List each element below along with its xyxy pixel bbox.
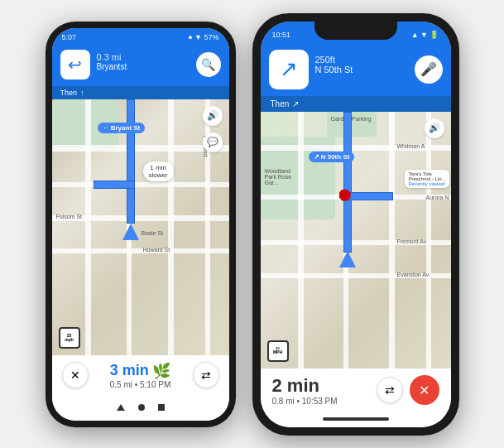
route-horizontal bbox=[94, 181, 135, 189]
street-badge-ios: ↗ N 50th St bbox=[309, 152, 355, 162]
car-position bbox=[122, 224, 139, 240]
then-bar-android: Then ↑ bbox=[52, 86, 229, 99]
android-phone: 5:07 ● ▼ 57% ↩ 0.3 mi Bryantst 🔍 Then ↑ bbox=[46, 22, 236, 427]
eta-details: 0.5 mi • 5:10 PM bbox=[110, 380, 171, 389]
notch bbox=[314, 22, 397, 40]
route-options-button-android[interactable]: ⇄ bbox=[193, 362, 219, 388]
eta-info: 3 min 🌿 0.5 mi • 5:10 PM bbox=[110, 362, 171, 389]
back-button[interactable] bbox=[117, 404, 125, 411]
nav-header-android: ↩ 0.3 mi Bryantst 🔍 bbox=[52, 45, 229, 86]
nav-header-ios: ↗ 250ft N 50th St 🎤 bbox=[261, 45, 451, 96]
park-label: WoodlandPark RoseGar... bbox=[265, 168, 292, 185]
tara-tots-bubble: Tara's TotsPreschool - Lin...Recently vi… bbox=[405, 170, 449, 188]
whitman-label: Whitman A bbox=[397, 143, 425, 149]
search-button[interactable]: 🔍 bbox=[196, 52, 221, 77]
leaf-icon: 🌿 bbox=[152, 362, 170, 380]
home-bar-ios bbox=[261, 411, 451, 427]
search-icon: 🔍 bbox=[201, 58, 215, 71]
route-vertical bbox=[127, 99, 135, 224]
route-options-button-ios[interactable]: ⇄ bbox=[377, 377, 403, 403]
home-button[interactable] bbox=[138, 404, 145, 411]
turn-arrow-box: ↩ bbox=[60, 50, 90, 79]
speed-sign: 25 mph bbox=[59, 327, 80, 349]
road-ios-v1 bbox=[298, 112, 304, 369]
turn-arrow-ios: ↗ bbox=[280, 56, 298, 82]
eta-info-ios: 2 min 0.8 mi • 10:53 PM bbox=[272, 375, 338, 406]
status-icons-ios: ▲ ▼ 🔋 bbox=[411, 31, 439, 39]
road-h4 bbox=[52, 248, 229, 253]
road-v1 bbox=[85, 99, 91, 355]
stop-sign bbox=[339, 190, 351, 201]
map-area-ios: ↗ N 50th St Whitman A Fremont Av Evansto… bbox=[261, 112, 451, 369]
home-bar-line bbox=[323, 417, 389, 421]
folsom-label: Folsom St bbox=[56, 214, 83, 219]
android-screen: 5:07 ● ▼ 57% ↩ 0.3 mi Bryantst 🔍 Then ↑ bbox=[52, 28, 229, 421]
speed-sign-border: 25 mph bbox=[59, 327, 80, 349]
evanston-label: Evanston Av bbox=[397, 272, 430, 277]
eta-details-ios: 0.8 mi • 10:53 PM bbox=[272, 397, 338, 406]
road-v3 bbox=[168, 99, 174, 355]
road-ios-v4 bbox=[426, 112, 431, 369]
iphone: 10:51 ▲ ▼ 🔋 ↗ 250ft N 50th St 🎤 Then bbox=[252, 13, 459, 436]
nav-distance-ios: 250ft bbox=[315, 55, 408, 65]
slower-bubble: 1 minslower bbox=[143, 161, 174, 181]
bottom-bar-ios: 2 min 0.8 mi • 10:53 PM ⇄ ✕ bbox=[261, 369, 451, 411]
then-label-android: Then bbox=[60, 89, 78, 97]
howard-label: Howard St bbox=[143, 247, 170, 253]
street-badge: ← Bryant St bbox=[98, 123, 146, 133]
time-ios: 10:51 bbox=[272, 31, 291, 39]
bottom-bar-android: ✕ 3 min 🌿 0.5 mi • 5:10 PM ⇄ bbox=[52, 355, 229, 394]
turn-arrow-box-ios: ↗ bbox=[269, 50, 309, 89]
speed-sign-ios: 25 MPH bbox=[267, 340, 289, 362]
cancel-button-android[interactable]: ✕ bbox=[62, 362, 89, 388]
time-android: 5:07 bbox=[62, 33, 77, 41]
speed-sign-border-ios: 25 MPH bbox=[267, 340, 289, 362]
nav-street-ios: N 50th St bbox=[315, 65, 408, 84]
fremont-label-ios: Fremont Av bbox=[397, 238, 427, 244]
volume-button-ios[interactable]: 🔊 bbox=[425, 118, 444, 138]
nav-distance: 0.3 mi bbox=[97, 52, 190, 62]
mic-icon: 🎤 bbox=[420, 61, 437, 77]
volume-button[interactable]: 🔊 bbox=[203, 106, 223, 126]
eta-time-ios: 2 min bbox=[272, 375, 338, 397]
aurora-label: Aurora N bbox=[425, 195, 449, 200]
bottom-buttons-ios: ⇄ ✕ bbox=[377, 375, 439, 405]
road-h2 bbox=[52, 182, 229, 187]
route-horizontal-ios bbox=[343, 192, 393, 200]
nav-street: Bryantst bbox=[97, 62, 190, 77]
comment-button[interactable]: 💬 bbox=[203, 132, 223, 152]
car-position-ios bbox=[339, 251, 356, 267]
recents-button[interactable] bbox=[158, 404, 165, 411]
then-bar-ios: Then ↗ bbox=[261, 96, 451, 112]
status-icons-android: ● ▼ 57% bbox=[188, 33, 218, 41]
nav-info: 0.3 mi Bryantst bbox=[97, 52, 190, 77]
nav-info-ios: 250ft N 50th St bbox=[315, 55, 408, 84]
status-bar-android: 5:07 ● ▼ 57% bbox=[52, 28, 229, 45]
home-indicator-android bbox=[52, 394, 229, 421]
then-arrow-android: ↑ bbox=[80, 89, 84, 97]
cancel-button-ios[interactable]: ✕ bbox=[410, 375, 439, 405]
then-label-ios: Then bbox=[271, 99, 290, 108]
eta-time: 3 min 🌿 bbox=[110, 362, 171, 380]
mic-button-ios[interactable]: 🎤 bbox=[415, 55, 443, 84]
road-ios-v3 bbox=[389, 112, 395, 369]
then-arrow-ios: ↗ bbox=[292, 99, 299, 108]
map-area-android: ← Bryant St 1 minslower Folsom St Howard… bbox=[52, 99, 229, 355]
route-vertical-ios bbox=[343, 112, 352, 253]
iphone-screen: 10:51 ▲ ▼ 🔋 ↗ 250ft N 50th St 🎤 Then bbox=[261, 22, 451, 427]
beale-label: Beale St bbox=[142, 230, 163, 236]
turn-arrow-icon: ↩ bbox=[68, 55, 82, 75]
